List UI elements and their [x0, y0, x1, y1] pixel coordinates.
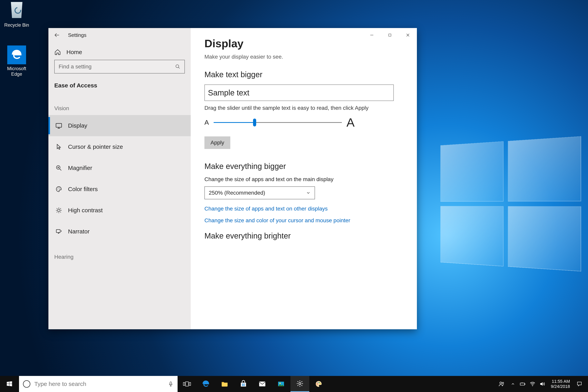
nav-label: High contrast — [68, 207, 103, 214]
edge-icon — [7, 46, 26, 64]
nav-label: Magnifier — [68, 165, 92, 171]
page-subtitle: Make your display easier to see. — [204, 54, 403, 60]
apply-button[interactable]: Apply — [204, 136, 230, 149]
photos-icon — [277, 380, 285, 388]
narrator-icon — [55, 228, 62, 235]
recycle-bin-icon — [7, 2, 26, 21]
taskbar-app-store[interactable] — [234, 376, 253, 392]
nav-cursor-pointer[interactable]: Cursor & pointer size — [48, 136, 191, 158]
desktop-icon-edge[interactable]: Microsoft Edge — [2, 46, 31, 77]
svg-rect-16 — [242, 385, 243, 386]
home-icon — [54, 49, 61, 56]
tray-overflow[interactable] — [508, 382, 518, 386]
section-make-everything-brighter: Make everything brighter — [204, 232, 403, 240]
svg-rect-9 — [389, 34, 391, 36]
svg-point-23 — [318, 382, 318, 383]
taskbar-app-file-explorer[interactable] — [215, 376, 234, 392]
nav-label: Display — [68, 122, 87, 129]
chevron-up-icon — [511, 382, 515, 386]
minimize-button[interactable] — [363, 28, 381, 42]
svg-rect-8 — [56, 230, 60, 233]
nav-home[interactable]: Home — [48, 42, 191, 60]
back-button[interactable] — [53, 31, 61, 39]
link-other-displays[interactable]: Change the size of apps and text on othe… — [204, 206, 403, 212]
window-title: Settings — [68, 32, 86, 38]
task-view-button[interactable] — [178, 376, 196, 392]
tray-date: 9/24/2018 — [551, 384, 570, 389]
mail-icon — [258, 380, 266, 388]
titlebar-left: Settings — [48, 28, 191, 42]
sidebar-search[interactable]: Find a setting — [54, 60, 185, 74]
taskbar-pinned-apps — [196, 376, 328, 392]
tray-time: 11:55 AM — [552, 379, 570, 384]
system-tray: 11:55 AM 9/24/2018 — [495, 376, 588, 392]
nav-label: Cursor & pointer size — [68, 144, 123, 150]
svg-rect-14 — [242, 384, 243, 384]
desktop-icon-label: Microsoft Edge — [2, 66, 31, 77]
svg-point-25 — [320, 384, 321, 384]
svg-rect-10 — [170, 382, 172, 384]
svg-point-26 — [500, 382, 502, 384]
svg-point-22 — [317, 384, 318, 384]
store-icon — [240, 380, 247, 388]
svg-rect-11 — [183, 382, 185, 386]
tray-wifi[interactable] — [528, 381, 538, 387]
taskbar-app-edge[interactable] — [196, 376, 215, 392]
chevron-down-icon — [306, 190, 311, 195]
windows-logo-icon — [6, 380, 13, 388]
section-make-everything-bigger: Make everything bigger — [204, 162, 403, 171]
slider-max-icon: A — [346, 116, 354, 129]
svg-point-6 — [60, 188, 60, 189]
taskbar-search-input[interactable] — [34, 381, 164, 387]
section-make-text-bigger: Make text bigger — [204, 70, 403, 79]
desktop-icon-recycle-bin[interactable]: Recycle Bin — [2, 1, 31, 28]
sidebar-group-vision: Vision — [48, 92, 191, 115]
taskbar-app-paint[interactable] — [309, 376, 328, 392]
sample-text: Sample text — [208, 88, 249, 97]
taskbar-search[interactable] — [19, 376, 178, 392]
gear-icon — [296, 380, 304, 388]
folder-icon — [221, 380, 228, 388]
link-cursor-color[interactable]: Change the size and color of your cursor… — [204, 217, 403, 224]
arrow-left-icon — [54, 32, 60, 38]
tray-action-center[interactable] — [574, 381, 585, 387]
maximize-button[interactable] — [381, 28, 399, 42]
text-size-slider[interactable] — [214, 121, 342, 124]
battery-icon — [520, 381, 526, 387]
svg-rect-12 — [186, 382, 188, 386]
nav-display[interactable]: Display — [48, 115, 191, 136]
wifi-icon — [530, 381, 536, 387]
nav-high-contrast[interactable]: High contrast — [48, 200, 191, 221]
svg-rect-17 — [244, 385, 244, 386]
task-view-icon — [183, 380, 191, 388]
edge-icon — [202, 380, 210, 388]
tray-battery[interactable] — [518, 381, 528, 387]
svg-point-21 — [299, 382, 301, 385]
scale-dropdown[interactable]: 250% (Recommended) — [204, 186, 315, 199]
sidebar-category: Ease of Access — [48, 78, 191, 92]
microphone-icon[interactable] — [168, 381, 174, 387]
nav-magnifier[interactable]: Magnifier — [48, 158, 191, 178]
text-size-slider-row: A A — [204, 116, 403, 129]
tray-volume[interactable] — [538, 381, 547, 387]
start-button[interactable] — [0, 376, 19, 392]
taskbar: 11:55 AM 9/24/2018 — [0, 376, 588, 392]
close-icon — [406, 33, 410, 37]
people-icon — [498, 381, 505, 387]
settings-sidebar: Settings Home Find a setting Ease of Acc… — [48, 28, 191, 329]
nav-narrator[interactable]: Narrator — [48, 221, 191, 242]
svg-point-20 — [280, 382, 281, 384]
taskbar-app-photos[interactable] — [272, 376, 290, 392]
tray-people[interactable] — [495, 381, 508, 387]
taskbar-app-mail[interactable] — [253, 376, 272, 392]
scale-description: Change the size of apps and text on the … — [204, 176, 403, 182]
brightness-icon — [55, 206, 62, 214]
volume-icon — [539, 381, 546, 387]
close-button[interactable] — [399, 28, 417, 42]
tray-clock[interactable]: 11:55 AM 9/24/2018 — [547, 379, 574, 389]
svg-point-27 — [502, 382, 504, 384]
svg-point-24 — [319, 382, 320, 383]
taskbar-app-settings[interactable] — [290, 376, 309, 392]
svg-rect-28 — [520, 383, 524, 385]
nav-color-filters[interactable]: Color filters — [48, 178, 191, 200]
